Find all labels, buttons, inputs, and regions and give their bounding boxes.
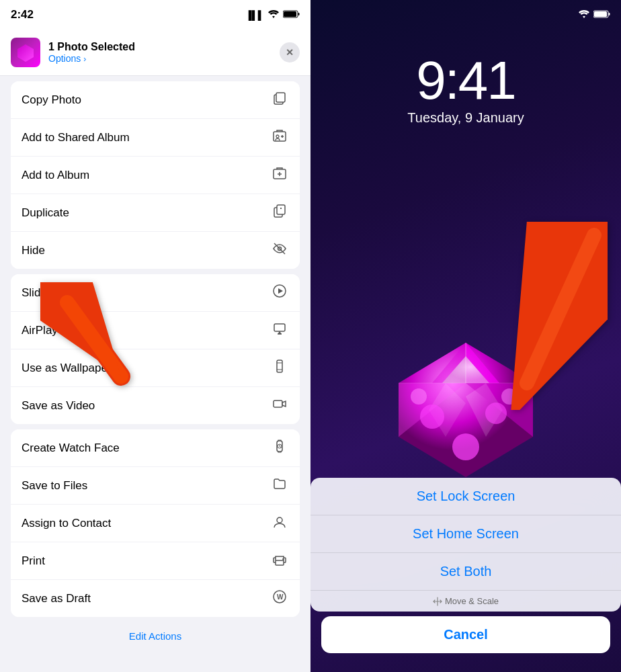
save-as-video-icon	[270, 396, 289, 415]
svg-point-7	[276, 135, 279, 138]
copy-photo-icon	[270, 91, 289, 109]
menu-item-assign-to-contact[interactable]: Assign to Contact	[11, 505, 300, 542]
use-as-wallpaper-label: Use as Wallpaper	[22, 362, 112, 375]
svg-rect-16	[277, 360, 282, 372]
lock-date: Tuesday, 9 January	[310, 110, 621, 126]
svg-rect-23	[276, 560, 284, 565]
gem-svg	[378, 336, 553, 484]
hide-icon	[270, 241, 289, 259]
right-panel: 9:41 Tuesday, 9 January	[310, 0, 621, 672]
menu-section-3: Create Watch Face Save to Files	[11, 429, 300, 617]
cancel-section: Cancel	[310, 611, 621, 672]
menu-item-print[interactable]: Print	[11, 542, 300, 580]
bottom-sheet-options: Set Lock Screen Set Home Screen Set Both	[310, 478, 621, 590]
print-label: Print	[22, 554, 45, 568]
photo-count: 1 Photo Selected	[48, 41, 135, 53]
options-chevron: ›	[83, 54, 86, 64]
status-time: 2:42	[11, 8, 34, 22]
airplay-icon	[270, 321, 289, 339]
svg-text:W: W	[277, 593, 284, 601]
battery-icon	[283, 10, 300, 20]
svg-rect-19	[274, 401, 282, 407]
menu-item-use-as-wallpaper[interactable]: Use as Wallpaper	[11, 349, 300, 387]
menu-item-create-watch-face[interactable]: Create Watch Face	[11, 429, 300, 467]
menu-item-save-to-files[interactable]: Save to Files	[11, 467, 300, 505]
save-as-video-label: Save as Video	[22, 399, 95, 413]
svg-rect-30	[594, 11, 607, 17]
lock-clock: 9:41 Tuesday, 9 January	[310, 54, 621, 126]
menu-item-save-as-draft[interactable]: Save as Draft W	[11, 580, 300, 617]
save-to-files-icon	[270, 476, 289, 495]
menu-item-copy-photo[interactable]: Copy Photo	[11, 81, 300, 119]
menu-item-save-as-video[interactable]: Save as Video	[11, 387, 300, 424]
wifi-icon	[268, 10, 279, 20]
svg-rect-29	[609, 13, 610, 15]
set-both-label: Set Both	[440, 564, 492, 579]
use-as-wallpaper-icon	[270, 359, 289, 377]
svg-point-42	[411, 388, 427, 405]
svg-rect-15	[274, 324, 285, 331]
move-scale-bar: Move & Scale	[310, 590, 621, 612]
menu-item-hide[interactable]: Hide	[11, 232, 300, 269]
svg-point-41	[452, 433, 479, 460]
duplicate-label: Duplicate	[22, 206, 69, 220]
slideshow-label: Slideshow	[22, 286, 74, 300]
assign-to-contact-icon	[270, 514, 289, 532]
menu-list: Copy Photo Add to Shared Album	[0, 76, 310, 672]
move-scale-icon	[433, 597, 442, 606]
add-album-label: Add to Album	[22, 169, 89, 182]
left-panel: 2:42 ▐▌▌	[0, 0, 310, 672]
airplay-label: AirPlay	[22, 324, 58, 337]
assign-to-contact-label: Assign to Contact	[22, 517, 111, 530]
svg-point-39	[420, 405, 444, 429]
duplicate-icon	[270, 204, 289, 222]
status-bar-left: 2:42 ▐▌▌	[0, 0, 310, 30]
add-shared-album-icon	[270, 128, 289, 146]
set-home-screen-option[interactable]: Set Home Screen	[310, 515, 621, 553]
menu-item-slideshow[interactable]: Slideshow	[11, 274, 300, 312]
menu-item-add-shared-album[interactable]: Add to Shared Album	[11, 119, 300, 157]
close-button[interactable]: ✕	[280, 42, 300, 62]
menu-item-airplay[interactable]: AirPlay	[11, 312, 300, 349]
svg-marker-3	[17, 44, 34, 62]
gem-container	[378, 336, 553, 484]
svg-point-22	[277, 517, 282, 523]
hide-label: Hide	[22, 244, 45, 257]
wifi-icon-right	[579, 10, 589, 20]
share-header-left: 1 Photo Selected Options ›	[11, 38, 135, 67]
menu-item-duplicate[interactable]: Duplicate	[11, 194, 300, 232]
svg-point-24	[282, 558, 284, 560]
set-home-screen-label: Set Home Screen	[413, 526, 519, 542]
svg-rect-5	[276, 93, 285, 102]
set-both-option[interactable]: Set Both	[310, 553, 621, 590]
create-watch-face-label: Create Watch Face	[22, 442, 120, 455]
options-link[interactable]: Options ›	[48, 53, 135, 64]
save-as-draft-label: Save as Draft	[22, 592, 91, 605]
save-as-draft-icon: W	[270, 589, 289, 607]
menu-item-add-album[interactable]: Add to Album	[11, 157, 300, 194]
svg-rect-2	[284, 11, 296, 17]
cancel-button[interactable]: Cancel	[321, 616, 610, 653]
signal-icon: ▐▌▌	[245, 10, 264, 20]
photo-thumbnail	[11, 38, 40, 67]
menu-section-2: Slideshow AirPlay	[11, 274, 300, 424]
cancel-label: Cancel	[444, 627, 488, 642]
bottom-sheet: Set Lock Screen Set Home Screen Set Both…	[310, 478, 621, 612]
add-shared-album-label: Add to Shared Album	[22, 131, 130, 144]
status-icons-right	[579, 10, 610, 20]
status-icons-left: ▐▌▌	[245, 10, 300, 20]
copy-photo-label: Copy Photo	[22, 93, 81, 107]
menu-section-1: Copy Photo Add to Shared Album	[11, 81, 300, 269]
status-bar-right	[310, 0, 621, 30]
share-header: 1 Photo Selected Options › ✕	[0, 30, 310, 76]
slideshow-icon	[270, 284, 289, 302]
lock-time: 9:41	[310, 54, 621, 108]
svg-marker-14	[278, 288, 283, 294]
photo-info-text: 1 Photo Selected Options ›	[48, 41, 135, 64]
set-lock-screen-label: Set Lock Screen	[417, 489, 515, 504]
print-icon	[270, 552, 289, 570]
edit-actions[interactable]: Edit Actions	[0, 622, 310, 650]
save-to-files-label: Save to Files	[22, 479, 87, 493]
set-lock-screen-option[interactable]: Set Lock Screen	[310, 478, 621, 515]
svg-point-40	[485, 403, 507, 424]
